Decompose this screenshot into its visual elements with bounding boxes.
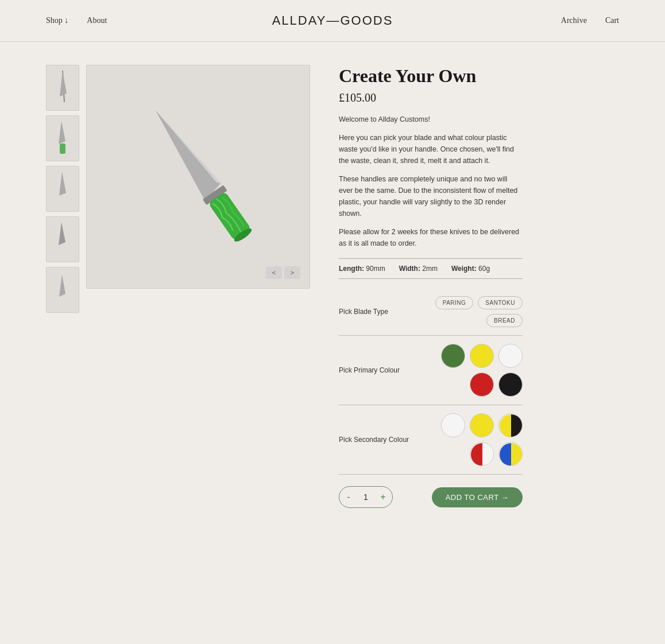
secondary-colour-choices [413,413,523,466]
spec-length: Length: 90mm [339,265,385,273]
header: Shop ↓ About ALLDAY—GOODS Archive Cart [0,0,665,42]
spec-weight: Weight: 60g [451,265,490,273]
santoku-blade-button[interactable]: SANTOKU [478,296,523,309]
secondary-colour-label: Pick Secondary Colour [339,436,413,444]
blue-yellow-secondary-circle[interactable] [498,442,523,466]
svg-marker-1 [60,71,67,96]
svg-marker-4 [59,172,66,196]
product-description-3: These handles are completely unique and … [339,173,523,219]
quantity-control: - 1 + [339,486,393,508]
thumbnail-list [46,65,79,313]
add-to-cart-button[interactable]: ADD TO CART → [432,487,523,507]
blade-type-label: Pick Blade Type [339,308,413,316]
spec-width: Width: 2mm [399,265,438,273]
quantity-plus-button[interactable]: + [374,487,392,507]
image-nav-arrows: < > [266,266,300,279]
archive-link[interactable]: Archive [561,16,587,25]
header-left-nav: Shop ↓ About [46,16,107,25]
thumbnail-3[interactable] [46,166,79,212]
header-right-nav: Archive Cart [561,16,619,25]
white-secondary-circle[interactable] [441,413,465,437]
shop-link[interactable]: Shop ↓ [46,16,68,25]
product-title: Create Your Own [339,65,523,87]
svg-rect-3 [60,143,65,154]
site-logo: ALLDAY—GOODS [272,13,393,28]
primary-colour-label: Pick Primary Colour [339,366,413,374]
svg-marker-5 [59,222,65,245]
yellow-primary-circle[interactable] [470,344,494,368]
primary-colour-row: Pick Primary Colour [339,336,523,405]
product-description-4: Please allow for 2 weeks for these knive… [339,226,523,249]
svg-marker-2 [59,121,65,144]
red-white-secondary-circle[interactable] [470,442,494,466]
product-description-1: Welcome to Allday Customs! [339,114,523,125]
paring-blade-button[interactable]: PARING [435,296,474,309]
quantity-minus-button[interactable]: - [339,487,358,507]
prev-image-button[interactable]: < [266,266,282,279]
main-product-image: < > [86,65,310,289]
black-primary-circle[interactable] [498,373,523,397]
about-link[interactable]: About [87,16,107,25]
cart-link[interactable]: Cart [605,16,619,25]
red-primary-circle[interactable] [470,373,494,397]
thumbnail-4[interactable] [46,216,79,262]
white-primary-circle[interactable] [498,344,523,368]
primary-colour-choices [413,344,523,397]
product-price: £105.00 [339,91,523,104]
svg-marker-6 [59,274,65,297]
svg-marker-7 [146,103,224,201]
product-specs: Length: 90mm Width: 2mm Weight: 60g [339,258,523,279]
thumbnail-1[interactable] [46,65,79,111]
blade-type-choices: PARING SANTOKU BREAD [413,296,523,327]
product-info-panel: Create Your Own £105.00 Welcome to Allda… [339,65,523,508]
secondary-colour-row: Pick Secondary Colour [339,405,523,475]
blade-type-row: Pick Blade Type PARING SANTOKU BREAD [339,288,523,336]
product-description-2: Here you can pick your blade and what co… [339,132,523,166]
main-content: < > Create Your Own £105.00 Welcome to A… [0,42,665,531]
thumbnail-5[interactable] [46,267,79,313]
product-gallery: < > [46,65,310,508]
cart-row: - 1 + ADD TO CART → [339,486,523,508]
green-primary-circle[interactable] [441,344,465,368]
yellow-black-secondary-circle[interactable] [498,413,523,437]
next-image-button[interactable]: > [284,266,300,279]
quantity-value: 1 [358,492,374,502]
knife-illustration [86,65,310,289]
yellow-secondary-circle[interactable] [470,413,494,437]
bread-blade-button[interactable]: BREAD [486,314,523,327]
thumbnail-2[interactable] [46,115,79,161]
